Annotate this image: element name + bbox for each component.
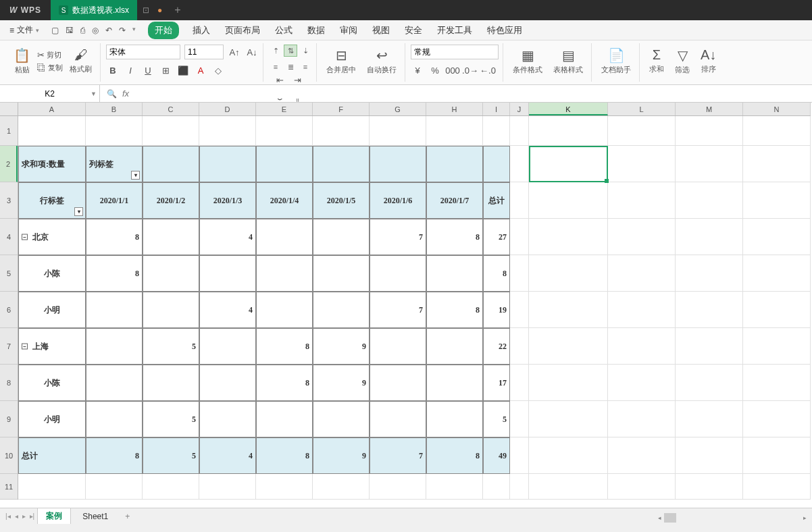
paste-button[interactable]: 📋粘贴 — [9, 45, 34, 78]
tab-close-icon[interactable]: ● — [157, 5, 162, 15]
cell[interactable] — [199, 474, 256, 500]
cell[interactable] — [256, 401, 313, 437]
row-header-3[interactable]: 3 — [0, 182, 18, 219]
cell[interactable] — [199, 255, 256, 292]
currency-icon[interactable]: ¥ — [411, 63, 424, 77]
cell[interactable] — [370, 474, 426, 500]
cell[interactable] — [676, 365, 743, 401]
cell[interactable]: 9 — [313, 437, 370, 474]
italic-button[interactable]: I — [124, 63, 137, 77]
cell[interactable] — [256, 292, 313, 328]
select-all-corner[interactable] — [0, 103, 18, 116]
font-color-button[interactable]: A — [194, 63, 207, 77]
cell[interactable] — [256, 255, 313, 292]
cell[interactable] — [529, 116, 608, 146]
cell[interactable]: 行标签▾ — [18, 182, 86, 219]
cell[interactable]: 8 — [86, 255, 143, 292]
tab-menu-icon[interactable]: ⊡ — [143, 5, 149, 15]
col-header-D[interactable]: D — [199, 103, 256, 115]
row-header-4[interactable]: 4 — [0, 219, 18, 255]
cell[interactable]: 5 — [483, 401, 510, 437]
cell[interactable]: 2020/1/2 — [143, 182, 199, 219]
filter-button[interactable]: ▽筛选 — [671, 45, 694, 78]
cell[interactable] — [608, 146, 676, 182]
cell[interactable] — [256, 474, 313, 500]
cell[interactable]: 9 — [313, 328, 370, 365]
tab-insert[interactable]: 插入 — [191, 22, 211, 39]
cell[interactable]: 小陈 — [18, 255, 86, 292]
cell[interactable] — [86, 401, 143, 437]
collapse-button[interactable]: − — [22, 344, 28, 350]
cell[interactable] — [510, 146, 529, 182]
cell[interactable] — [608, 182, 676, 219]
fill-color-button[interactable]: ⬛ — [176, 63, 190, 77]
wrap-button[interactable]: ↩自动换行 — [363, 45, 401, 78]
cell[interactable] — [743, 146, 811, 182]
cell[interactable] — [676, 474, 743, 500]
cell[interactable] — [529, 146, 608, 182]
cell[interactable] — [608, 365, 676, 401]
cell[interactable] — [86, 292, 143, 328]
cell[interactable] — [608, 219, 676, 255]
col-header-H[interactable]: H — [426, 103, 483, 115]
cell[interactable]: 27 — [483, 219, 510, 255]
cell[interactable] — [256, 146, 313, 182]
cell[interactable]: 8 — [86, 219, 143, 255]
cell[interactable] — [143, 116, 199, 146]
align-center[interactable]: ≣ — [284, 61, 297, 73]
tab-review[interactable]: 审阅 — [338, 22, 359, 39]
cell[interactable] — [426, 474, 483, 500]
cell[interactable] — [86, 365, 143, 401]
cell[interactable] — [313, 401, 370, 437]
cell[interactable] — [529, 365, 608, 401]
formula-input[interactable] — [134, 88, 805, 99]
row-header-5[interactable]: 5 — [0, 255, 18, 292]
underline-button[interactable]: U — [141, 63, 155, 77]
border-button[interactable]: ⊞ — [159, 63, 172, 77]
cell[interactable] — [483, 116, 510, 146]
sheet-tab-active[interactable]: 案例 — [37, 508, 71, 525]
cell[interactable]: 49 — [483, 437, 510, 474]
row-header-8[interactable]: 8 — [0, 365, 18, 401]
col-header-F[interactable]: F — [313, 103, 370, 115]
cell[interactable]: 2020/1/4 — [256, 182, 313, 219]
cell[interactable] — [426, 401, 483, 437]
cell[interactable] — [743, 116, 811, 146]
cell[interactable] — [426, 255, 483, 292]
col-header-B[interactable]: B — [86, 103, 143, 115]
cell[interactable] — [143, 474, 199, 500]
chevron-down-icon[interactable]: ▼ — [91, 90, 97, 97]
cell[interactable]: 8 — [256, 328, 313, 365]
cell[interactable]: 8 — [426, 219, 483, 255]
cell[interactable] — [510, 292, 529, 328]
cell[interactable] — [143, 365, 199, 401]
cell[interactable] — [143, 255, 199, 292]
cell[interactable] — [676, 437, 743, 474]
number-format-select[interactable] — [411, 45, 499, 59]
cell[interactable] — [510, 474, 529, 500]
cell[interactable]: 总计 — [18, 437, 86, 474]
row-filter-button[interactable]: ▾ — [74, 207, 83, 216]
cell[interactable]: 7 — [370, 437, 426, 474]
cell[interactable]: 4 — [199, 219, 256, 255]
cell[interactable] — [510, 255, 529, 292]
cell[interactable]: 7 — [370, 292, 426, 328]
cell[interactable] — [510, 182, 529, 219]
inc-decimal[interactable]: .0→ — [463, 63, 477, 77]
cell[interactable] — [529, 182, 608, 219]
cell[interactable]: 总计 — [483, 182, 510, 219]
cell[interactable] — [676, 401, 743, 437]
cell[interactable] — [676, 182, 743, 219]
tab-formula[interactable]: 公式 — [274, 22, 294, 39]
increase-font-icon[interactable]: A↑ — [228, 45, 241, 59]
col-header-K[interactable]: K — [529, 103, 608, 115]
cell[interactable] — [256, 116, 313, 146]
cell[interactable] — [608, 401, 676, 437]
sheet-first-icon[interactable]: |◂ — [5, 512, 11, 520]
more-icon[interactable]: ▾ — [132, 26, 136, 35]
cell[interactable]: 小明 — [18, 292, 86, 328]
cell[interactable]: 2020/1/5 — [313, 182, 370, 219]
indent-inc[interactable]: ⇥ — [290, 73, 304, 86]
cell[interactable] — [743, 437, 811, 474]
fx-icon[interactable]: fx — [122, 88, 129, 99]
